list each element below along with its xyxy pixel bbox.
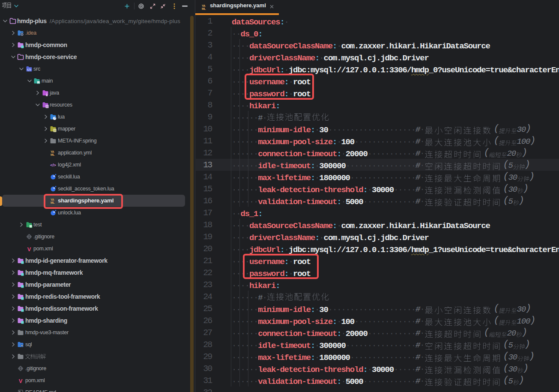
- svg-text:ML: ML: [51, 153, 55, 156]
- svg-text:V: V: [19, 378, 23, 384]
- svg-text:ML: ML: [202, 7, 206, 10]
- svg-text:YA: YA: [202, 4, 206, 7]
- svg-text:YA: YA: [51, 150, 54, 153]
- svg-text:</>: </>: [50, 163, 56, 167]
- svg-text:V: V: [27, 246, 31, 252]
